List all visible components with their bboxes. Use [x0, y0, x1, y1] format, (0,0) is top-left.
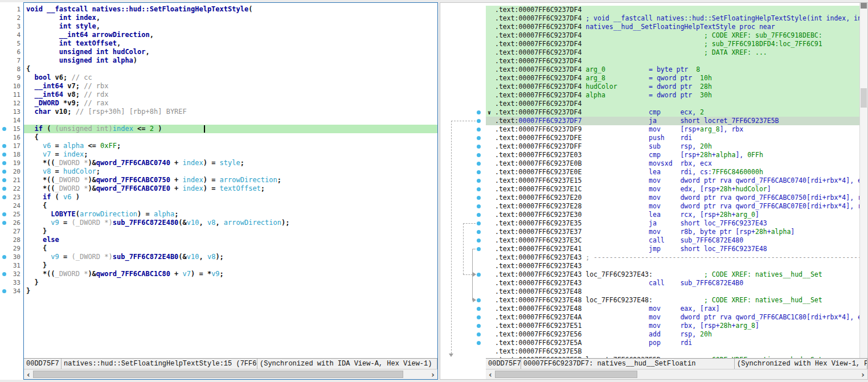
disassembly-row[interactable]: .text:00007FF6C9237E03 cmp [rsp+28h+alph… [486, 151, 859, 159]
pseudocode-line[interactable]: _DWORD *v9; // rax [24, 99, 437, 108]
disassembly-row[interactable]: .text:00007FF6C9237E0B movsxd rbx, ecx [486, 159, 859, 168]
gutter-line-number[interactable]: 25 [0, 210, 23, 219]
disassembly-row[interactable]: .text:00007FF6C9237E1C mov edx, [rsp+28h… [486, 185, 859, 194]
gutter-line-number[interactable]: 10 [0, 82, 23, 91]
disassembly-row[interactable]: .text:00007FF6C9237DF4 natives__hud__Set… [486, 23, 859, 31]
address-marker-dot[interactable] [477, 128, 481, 132]
line-marker-dot[interactable] [2, 212, 6, 216]
line-marker-dot[interactable] [2, 195, 6, 199]
address-marker-dot[interactable] [477, 239, 481, 243]
gutter-line-number[interactable]: 8 [0, 65, 23, 73]
disassembly-row[interactable]: .text:00007FF6C9237DF4 arg_8 = qword ptr… [486, 74, 859, 83]
pseudocode-line[interactable]: *((_DWORD *)&qword_7FF6CABC0750 + index)… [24, 176, 437, 184]
pseudocode-line[interactable]: __int64 v7; // rbx [24, 82, 437, 91]
gutter-line-number[interactable]: 7 [0, 56, 23, 65]
pseudocode-line[interactable]: __int64 v8; // rdx [24, 91, 437, 99]
pseudocode-line[interactable]: if ( (unsigned int)index <= 2 ) [24, 125, 437, 133]
disassembly-row[interactable]: .text:00007FF6C9237E43 call sub_7FF6C872… [486, 279, 859, 287]
gutter-line-number[interactable]: 18 [0, 150, 23, 159]
address-marker-dot[interactable] [477, 110, 481, 114]
address-marker-dot[interactable] [477, 298, 481, 302]
address-marker-dot[interactable] [477, 341, 481, 345]
line-marker-dot[interactable] [2, 144, 6, 148]
pseudocode-line[interactable]: { [24, 133, 437, 142]
pseudocode-line[interactable]: else [24, 236, 437, 244]
vscroll-mark[interactable] [861, 88, 867, 108]
gutter-line-number[interactable]: 12 [0, 99, 23, 108]
pseudocode-line[interactable]: unsigned int alpha) [24, 56, 437, 65]
pseudocode-line[interactable]: } [24, 287, 437, 295]
disassembly-row[interactable]: .text:00007FF6C9237E0E lea rdi, cs:7FF6C… [486, 168, 859, 176]
pseudocode-line[interactable] [24, 116, 437, 125]
pseudocode-line[interactable]: { [24, 244, 437, 253]
address-marker-dot[interactable] [477, 136, 481, 140]
gutter-line-number[interactable]: 32 [0, 270, 23, 278]
gutter-line-number[interactable]: 5 [0, 39, 23, 48]
gutter-line-number[interactable]: 34 [0, 287, 23, 295]
pseudocode-line[interactable]: } [24, 261, 437, 270]
disassembly-row[interactable]: .text:00007FF6C9237E5B [486, 347, 859, 356]
gutter-line-number[interactable]: 13 [0, 108, 23, 116]
disassembly-row[interactable]: .text:00007FF6C9237DF7 ja short locret_7… [486, 117, 859, 125]
disassembly-row[interactable]: .text:00007FF6C9237E56 add rsp, 20h [486, 330, 859, 339]
hscroll-thumb[interactable] [33, 371, 403, 378]
disassembly-row[interactable]: .text:00007FF6C9237E5B locret_7FF6C9237E… [486, 356, 859, 358]
disassembly-row[interactable]: .text:00007FF6C9237DF4 [486, 6, 859, 14]
gutter-line-number[interactable]: 31 [0, 261, 23, 270]
gutter-line-number[interactable]: 4 [0, 31, 23, 39]
gutter-line-number[interactable]: 16 [0, 133, 23, 142]
pseudocode-line[interactable]: __int64 arrowDirection, [24, 31, 437, 39]
disassembly-row[interactable]: .text:00007FF6C9237DF4 ; CODE XREF: sub_… [486, 31, 859, 40]
disassembly-row[interactable]: .text:00007FF6C9237E3C call sub_7FF6C872… [486, 236, 859, 245]
pseudocode-line[interactable]: v6 = alpha <= 0xFF; [24, 142, 437, 150]
disassembly-row[interactable]: .text:00007FF6C9237E30 lea rcx, [rsp+28h… [486, 211, 859, 219]
disassembly-row[interactable]: .text:00007FF6C9237E43 loc_7FF6C9237E43:… [486, 270, 859, 279]
gutter-line-number[interactable]: 6 [0, 48, 23, 56]
disassembly-row[interactable]: .text:00007FF6C9237E15 mov dword ptr rva… [486, 176, 859, 185]
gutter-line-number[interactable]: 22 [0, 184, 23, 193]
line-marker-dot[interactable] [2, 187, 6, 191]
gutter-line-number[interactable]: 14 [0, 116, 23, 125]
disassembly-row[interactable]: .text:00007FF6C9237DF4 hudColor = dword … [486, 83, 859, 91]
pseudocode-line[interactable]: void __fastcall natives::hud::SetFloatin… [24, 5, 437, 14]
disassembly-row[interactable]: .text:00007FF6C9237DF4 ; DATA XREF: ... [486, 48, 859, 57]
line-marker-dot[interactable] [2, 153, 6, 157]
gutter-line-number[interactable]: 26 [0, 219, 23, 227]
pseudocode-line[interactable]: v7 = index; [24, 150, 437, 159]
scroll-left-icon[interactable]: ‹ [486, 369, 495, 379]
address-marker-dot[interactable] [477, 213, 481, 217]
disassembly-row[interactable]: .text:00007FF6C9237DF4 ; sub_7FF6C918DFD… [486, 40, 859, 48]
gutter-line-number[interactable]: 11 [0, 91, 23, 99]
address-marker-dot[interactable] [477, 221, 481, 225]
pseudocode-line[interactable]: unsigned int hudColor, [24, 48, 437, 56]
scroll-right-icon[interactable]: › [428, 369, 437, 379]
disassembly-row[interactable]: .text:00007FF6C9237DF4 [486, 57, 859, 65]
disassembly-row[interactable]: .text:00007FF6C9237E43 [486, 262, 859, 270]
gutter-line-number[interactable]: 24 [0, 202, 23, 210]
line-marker-dot[interactable] [2, 255, 6, 259]
gutter-line-number[interactable]: 19 [0, 159, 23, 167]
address-marker-dot[interactable] [477, 187, 481, 191]
gutter-line-number[interactable]: 2 [0, 14, 23, 22]
pseudocode-line[interactable]: int index, [24, 14, 437, 22]
disassembly-row[interactable]: ∨.text:00007FF6C9237DF4 cmp ecx, 2 [486, 108, 859, 117]
scroll-left-icon[interactable]: ‹ [24, 369, 33, 379]
gutter-line-number[interactable]: 17 [0, 142, 23, 150]
disassembly-row[interactable]: .text:00007FF6C9237DF4 [486, 100, 859, 108]
disassembly-row[interactable]: .text:00007FF6C9237E35 ja short loc_7FF6… [486, 219, 859, 228]
disassembly-row[interactable]: .text:00007FF6C9237DF4 ; void __fastcall… [486, 14, 859, 23]
disassembly-row[interactable]: .text:00007FF6C9237E51 mov rbx, [rsp+28h… [486, 322, 859, 330]
disassembly-hscrollbar[interactable]: ‹ › [486, 369, 867, 379]
line-marker-dot[interactable] [2, 161, 6, 165]
pseudocode-line[interactable]: v9 = (_DWORD *)sub_7FF6C872E480(&v10, v8… [24, 219, 437, 227]
address-marker-dot[interactable] [477, 247, 481, 251]
pseudocode-line[interactable]: } [24, 227, 437, 236]
address-marker-dot[interactable] [477, 179, 481, 183]
disassembly-row[interactable]: .text:00007FF6C9237E4A mov dword ptr rva… [486, 313, 859, 322]
pseudocode-line[interactable]: LOBYTE(arrowDirection) = alpha; [24, 210, 437, 219]
disassembly-row[interactable]: .text:00007FF6C9237E28 mov dword ptr rva… [486, 202, 859, 211]
vscroll-thumb[interactable] [861, 3, 867, 9]
disassembly-row[interactable]: .text:00007FF6C9237E5A pop rdi [486, 339, 859, 347]
address-marker-dot[interactable] [477, 170, 481, 174]
line-marker-dot[interactable] [2, 170, 6, 174]
